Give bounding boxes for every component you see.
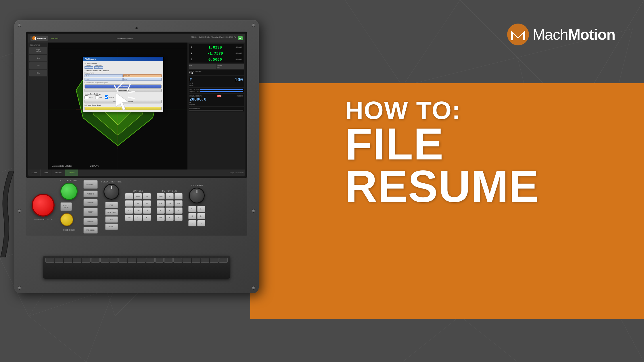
mdi-btn[interactable]: MDI (189, 64, 216, 69)
func-4minus[interactable]: 4- (166, 215, 174, 221)
func-k1[interactable]: K1 (166, 193, 174, 199)
needed-input[interactable] (94, 66, 103, 69)
begin-startpts-btn[interactable]: BeginStartPts (29, 47, 47, 54)
key-y[interactable] (91, 258, 100, 263)
estop-button[interactable] (32, 194, 55, 217)
spindle-plus[interactable]: + (125, 193, 133, 199)
rapid40-btn[interactable]: RAPID 40 (83, 190, 98, 197)
spindle-f-low2[interactable]: F LWR (134, 207, 142, 214)
feed-bar-fill (200, 89, 243, 90)
gcode-tab[interactable]: GCode (28, 170, 41, 176)
key-l[interactable] (210, 258, 218, 263)
spindle-5[interactable]: 5- (143, 215, 151, 221)
jog-y-minus[interactable]: Y- (188, 220, 196, 226)
cycle-start-label: CYCLE START (60, 179, 78, 182)
key-s[interactable] (146, 258, 155, 263)
f-lower-btn[interactable]: F LOWER (105, 224, 118, 230)
dialog-step2: 2. Move Axis to Start Position (85, 70, 162, 72)
spindle-pct: S% 100% (237, 95, 243, 97)
jog-z-minus[interactable]: Z- (197, 220, 205, 226)
feed-hold-btn[interactable] (60, 213, 73, 226)
spindle-f2[interactable]: F2 (134, 200, 142, 207)
spindle-100[interactable]: 100% (134, 193, 142, 199)
spindle-display: SPINDLE DISPLAY RPM S% 100% 20000.0 0 El… (189, 94, 244, 106)
key-t[interactable] (82, 258, 91, 263)
jog-rate-knob[interactable] (189, 188, 205, 203)
edit-btn[interactable]: Edit (29, 62, 47, 69)
func-x-minus[interactable]: X- (157, 207, 165, 214)
key-h[interactable] (183, 258, 191, 263)
rapid60-btn[interactable]: RAPID 60 (83, 199, 98, 206)
cycle-stop-btn[interactable]: CYCLESTOP (60, 202, 72, 211)
jog-x-plus[interactable]: X+ (197, 213, 205, 219)
new-btn[interactable]: New (29, 55, 47, 61)
jog-x-minus[interactable]: X- (188, 213, 196, 219)
retract-btn[interactable]: RETRACT (83, 180, 98, 189)
spindle-mdi[interactable]: MDI (125, 207, 133, 214)
rapid80-btn[interactable]: RAPID 80 (83, 218, 98, 225)
key-k[interactable] (201, 258, 210, 263)
rapid100-btn[interactable]: RAPID 100% (83, 227, 98, 234)
rev-btn[interactable]: REV (105, 216, 118, 223)
func-y-plus[interactable]: Y+ (175, 193, 183, 199)
screen-topbar-right: MDISer CYCLE TIME: Thursday, March 22, 2… (191, 36, 243, 40)
stop-btn[interactable]: STOP 100% (105, 209, 118, 215)
help-btn[interactable]: Help (29, 70, 47, 76)
current-input[interactable] (85, 66, 93, 69)
key-d[interactable] (155, 258, 164, 263)
spindle-4[interactable]: 4- (134, 215, 142, 221)
screen-main: TOOLPATHS BeginStartPts New Edit Help (28, 43, 245, 176)
feed-override-knob[interactable] (103, 184, 119, 200)
func-k99b[interactable]: K99 (157, 215, 165, 221)
func-cont[interactable]: CONT (157, 193, 165, 199)
cycle-start-btn[interactable] (60, 183, 78, 200)
dialog-tool-change: Current Needed 1 (85, 65, 162, 69)
key-p[interactable] (128, 258, 136, 263)
key-semi[interactable] (219, 258, 228, 263)
func-6minus[interactable]: 6- (175, 215, 183, 221)
spindle-f3[interactable]: F3 (143, 200, 151, 207)
z-axis-display: Z 0.5000 0.0000 (189, 56, 243, 62)
spindle-f4[interactable]: F4 (143, 207, 151, 214)
key-a[interactable] (137, 258, 145, 263)
key-f[interactable] (164, 258, 173, 263)
jog-z-plus[interactable]: Z+ (197, 206, 205, 212)
func-5s[interactable]: 5S+ (166, 200, 174, 207)
func-6s[interactable]: 6S+ (175, 200, 183, 207)
jog-y-plus[interactable]: Y+ (188, 206, 196, 212)
mist-checkbox[interactable] (95, 95, 99, 99)
rapid-bar-track (200, 91, 243, 92)
service-tab[interactable]: Service (65, 170, 78, 176)
func-y-minus[interactable]: Y- (166, 207, 174, 214)
flood-label: Flood (89, 97, 93, 98)
key-i[interactable] (110, 258, 118, 263)
screen-panel: X 1.0399 0.0000 Y -1.7579 0.0000 Z (187, 43, 245, 176)
viewing-btn[interactable]: ViewingPos (216, 64, 244, 69)
flood-checkbox[interactable] (85, 95, 88, 99)
key-u[interactable] (100, 258, 109, 263)
key-j[interactable] (192, 258, 200, 263)
spindle-minus[interactable]: - (125, 200, 133, 207)
flood-toggle[interactable]: Flood (85, 95, 93, 99)
svg-line-34 (117, 83, 123, 88)
key-o[interactable] (118, 258, 127, 263)
spindle-f1[interactable]: F1 (143, 193, 151, 199)
returns-tab[interactable]: Returns (52, 170, 65, 176)
feed-bar-track (200, 89, 243, 90)
screen-file: File Resume Protocol (61, 37, 190, 39)
fwd-btn[interactable]: FWD (105, 202, 118, 208)
tools-tab[interactable]: Tools (41, 170, 52, 176)
func-z-minus[interactable]: Z- (175, 207, 183, 214)
spindle-k99[interactable]: K99 (125, 215, 133, 221)
jog-axis-btns: Y+ Z+ X- X+ Y- Z- (188, 206, 205, 226)
key-r[interactable] (73, 258, 81, 263)
dialog-title: FileResume (83, 57, 163, 61)
key-q[interactable] (45, 258, 54, 263)
key-e[interactable] (64, 258, 72, 263)
func-4s[interactable]: 4S+ (157, 200, 165, 207)
key-g[interactable] (173, 258, 182, 263)
svg-text:GCCODE LINE:: GCCODE LINE: (52, 164, 72, 167)
mist-toggle[interactable]: Mist (95, 95, 102, 99)
key-w[interactable] (55, 258, 63, 263)
reset-btn[interactable]: RESET (83, 208, 98, 216)
